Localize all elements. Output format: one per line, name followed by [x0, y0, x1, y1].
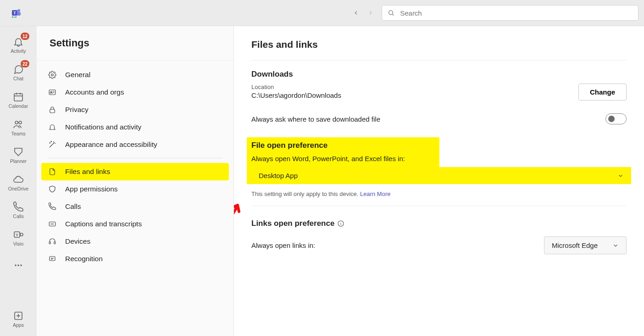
settings-sidebar: Settings General Accounts and orgs Priva…	[37, 26, 234, 336]
downloads-section: Downloads Location C:\Users\agordon\Down…	[251, 70, 627, 124]
phone-outline-icon	[48, 202, 57, 211]
id-card-icon	[48, 88, 57, 96]
always-ask-label: Always ask where to save downloaded file	[251, 115, 380, 123]
links-open-dropdown[interactable]: Microsoft Edge	[544, 236, 627, 254]
rail-calls[interactable]: Calls	[3, 197, 34, 224]
settings-content: Files and links Downloads Location C:\Us…	[234, 26, 644, 336]
search-box[interactable]	[382, 5, 638, 21]
svg-line-7	[392, 14, 394, 16]
svg-rect-34	[54, 242, 56, 244]
nav-label: App permissions	[65, 185, 118, 193]
nav-appearance[interactable]: Appearance and accessibility	[41, 136, 229, 153]
svg-point-40	[341, 222, 341, 223]
calendar-icon	[13, 91, 24, 102]
svg-point-2	[17, 9, 20, 12]
links-open-section: Links open preference Always open links …	[251, 219, 627, 254]
nav-label: Calls	[65, 202, 81, 211]
change-button[interactable]: Change	[578, 84, 627, 101]
nav-divider	[48, 158, 222, 158]
search-input[interactable]	[400, 9, 633, 17]
rail-activity[interactable]: 12 Activity	[3, 32, 34, 58]
svg-text:CC: CC	[50, 223, 54, 225]
annotation-arrow	[234, 196, 251, 233]
file-open-dropdown[interactable]: Desktop App	[247, 167, 631, 184]
headset-icon	[48, 237, 57, 246]
svg-point-19	[20, 264, 22, 266]
apps-icon	[13, 310, 24, 321]
nav-label: Notifications and activity	[65, 123, 141, 131]
file-open-heading: File open preference	[251, 141, 435, 150]
svg-point-18	[17, 264, 19, 266]
nav-recognition[interactable]: Recognition	[41, 250, 229, 268]
file-open-selected: Desktop App	[259, 172, 298, 179]
page-title: Files and links	[251, 26, 627, 61]
nav-accounts[interactable]: Accounts and orgs	[41, 84, 229, 101]
teams-logo-icon: T NEW	[6, 7, 28, 18]
phone-icon	[13, 202, 24, 213]
nav-calls[interactable]: Calls	[41, 198, 229, 215]
nav-label: Privacy	[65, 106, 89, 114]
rail-apps[interactable]: Apps	[3, 306, 34, 332]
svg-rect-28	[50, 109, 55, 113]
bell-outline-icon	[48, 123, 57, 131]
links-open-selected: Microsoft Edge	[552, 241, 598, 249]
rail-more[interactable]	[3, 252, 34, 279]
lock-icon	[48, 106, 57, 114]
nav-back-button[interactable]	[350, 7, 361, 18]
nav-notifications[interactable]: Notifications and activity	[41, 118, 229, 136]
nav-captions[interactable]: CC Captions and transcripts	[41, 215, 229, 233]
location-label: Location	[251, 84, 341, 90]
nav-app-permissions[interactable]: App permissions	[41, 180, 229, 198]
chat-badge: 22	[21, 60, 29, 67]
rail-planner[interactable]: Planner	[3, 142, 34, 168]
activity-badge: 12	[21, 33, 29, 40]
svg-point-6	[389, 11, 393, 15]
gear-icon	[48, 71, 57, 79]
nav-privacy[interactable]: Privacy	[41, 101, 229, 118]
svg-text:T: T	[13, 11, 16, 15]
rail-calendar[interactable]: Calendar	[3, 87, 34, 113]
svg-rect-3	[17, 12, 21, 16]
nav-label: Recognition	[65, 255, 103, 263]
section-divider	[251, 206, 627, 206]
more-icon	[13, 260, 24, 271]
nav-files-and-links[interactable]: Files and links	[41, 163, 229, 180]
nav-label: Devices	[65, 237, 90, 246]
svg-rect-35	[50, 257, 55, 261]
nav-forward-button[interactable]	[365, 7, 376, 18]
nav-label: Accounts and orgs	[65, 88, 124, 96]
svg-point-13	[19, 121, 22, 124]
cc-icon: CC	[48, 220, 57, 228]
rail-label: Calendar	[9, 103, 28, 109]
links-open-sub: Always open links in:	[251, 241, 315, 249]
downloads-heading: Downloads	[251, 70, 627, 79]
learn-more-link[interactable]: Learn More	[360, 190, 390, 197]
svg-point-17	[15, 264, 17, 266]
info-icon[interactable]	[337, 220, 344, 227]
nav-label: Files and links	[65, 168, 110, 176]
visio-icon: V	[13, 229, 24, 240]
nav-label: Appearance and accessibility	[65, 140, 157, 149]
rail-visio[interactable]: V Visio	[3, 224, 34, 251]
always-ask-toggle[interactable]	[605, 113, 627, 124]
file-open-sub: Always open Word, PowerPoint, and Excel …	[251, 155, 435, 162]
file-open-section: File open preference Always open Word, P…	[251, 137, 627, 206]
nav-general[interactable]: General	[41, 66, 229, 84]
shield-icon	[48, 185, 57, 193]
nav-label: Captions and transcripts	[65, 220, 142, 228]
search-icon	[388, 9, 394, 17]
settings-title: Settings	[37, 26, 233, 61]
rail-label: Visio	[13, 241, 24, 246]
planner-icon	[13, 146, 24, 157]
svg-point-16	[20, 233, 23, 236]
rail-label: Calls	[13, 213, 23, 219]
badge-icon	[48, 255, 57, 263]
rail-teams[interactable]: Teams	[3, 114, 34, 141]
svg-text:NEW: NEW	[13, 16, 16, 18]
nav-devices[interactable]: Devices	[41, 233, 229, 250]
rail-onedrive[interactable]: OneDrive	[3, 169, 34, 196]
rail-label: Teams	[11, 131, 26, 136]
rail-chat[interactable]: 22 Chat	[3, 59, 34, 86]
file-open-help: This setting will only apply to this dev…	[251, 190, 627, 197]
svg-text:V: V	[16, 233, 18, 237]
